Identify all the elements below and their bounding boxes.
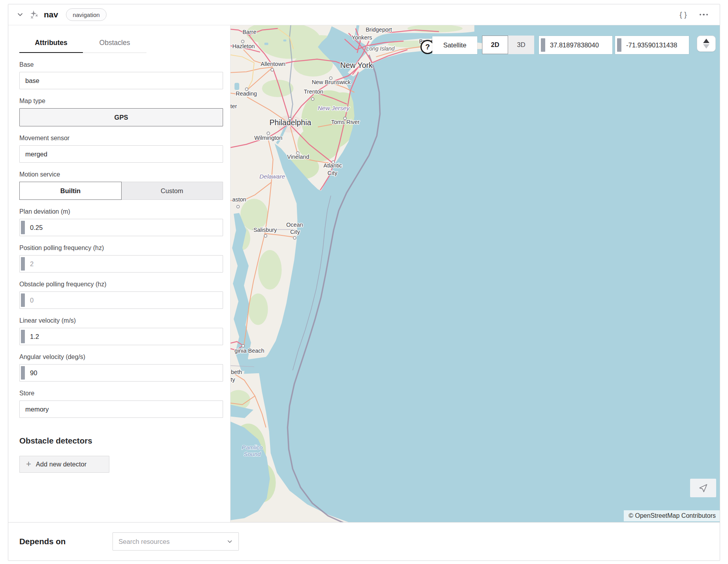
base-label: Base: [19, 61, 223, 68]
map-label: aston: [232, 196, 246, 203]
tab-bar: Attributes Obstacles: [19, 35, 146, 53]
store-label: Store: [19, 390, 223, 397]
map-label: Hazleton: [232, 43, 255, 49]
add-detector-button[interactable]: + Add new detector: [19, 456, 109, 473]
plan-deviation-input[interactable]: [19, 219, 223, 236]
field-motion-service: Motion service Builtin Custom: [19, 171, 223, 200]
navigation-service-icon: [29, 9, 39, 20]
header-right: { }: [679, 10, 709, 19]
angular-velocity-label: Angular velocity (deg/s): [19, 353, 223, 361]
linear-velocity-label: Linear velocity (m/s): [19, 317, 223, 324]
satellite-toggle-button[interactable]: Satellite: [432, 36, 477, 54]
service-title: nav: [44, 10, 58, 19]
card-header: nav navigation { }: [8, 4, 720, 25]
service-type-badge: navigation: [66, 8, 106, 21]
motion-service-label: Motion service: [19, 171, 223, 178]
header-left: nav navigation: [15, 8, 107, 21]
latitude-field: [539, 36, 612, 54]
field-map-type: Map type GPS: [19, 98, 223, 126]
map-label: Trenton: [304, 88, 323, 95]
obstacle-polling-input[interactable]: [19, 291, 223, 309]
map-label: ty: [231, 376, 235, 383]
base-input[interactable]: [19, 72, 223, 89]
field-movement-sensor: Movement sensor: [19, 135, 223, 163]
map-label: New Jersey: [318, 105, 350, 111]
page: nav navigation { } Attributes Obstacles …: [0, 0, 728, 564]
view-2d-button[interactable]: 2D: [482, 36, 508, 54]
tab-obstacles[interactable]: Obstacles: [83, 35, 146, 53]
map-label: Toms River: [331, 119, 360, 125]
map-label: Long Island: [366, 45, 395, 52]
map-label: ter: [231, 103, 237, 109]
select-placeholder: Search resources: [118, 538, 227, 545]
map-label: Philadelphia: [269, 118, 311, 127]
json-mode-icon[interactable]: { }: [679, 10, 687, 19]
map-type-gps-button[interactable]: GPS: [19, 108, 223, 126]
map-label: Yonkers: [352, 34, 372, 41]
map-label: ginia Beach: [235, 348, 264, 354]
obstacle-polling-label: Obstacle polling frequency (hz): [19, 281, 223, 288]
movement-sensor-input[interactable]: [19, 145, 223, 163]
field-angular-velocity: Angular velocity (deg/s): [19, 353, 223, 382]
navigation-arrow-icon: [698, 483, 708, 493]
map-label: Wilmington: [254, 135, 282, 141]
map-label: City: [328, 170, 338, 176]
map-label: New York: [340, 61, 373, 70]
motion-service-toggle: Builtin Custom: [19, 182, 223, 200]
movement-sensor-label: Movement sensor: [19, 135, 223, 142]
field-obstacle-polling: Obstacle polling frequency (hz): [19, 281, 223, 309]
map-label: Reading: [236, 90, 257, 97]
map-label: Pamlico: [242, 444, 263, 451]
depends-on-heading: Depends on: [19, 537, 66, 546]
map-label: Vineland: [287, 154, 309, 160]
service-card: nav navigation { } Attributes Obstacles …: [8, 4, 720, 561]
plan-deviation-label: Plan deviation (m): [19, 208, 223, 215]
card-body: Attributes Obstacles Base Map type GPS M…: [8, 25, 720, 522]
field-linear-velocity: Linear velocity (m/s): [19, 317, 223, 345]
field-plan-deviation: Plan deviation (m): [19, 208, 223, 236]
decrement-icon[interactable]: [703, 44, 709, 49]
map-attribution: © OpenStreetMap Contributors: [624, 510, 720, 521]
view-3d-button[interactable]: 3D: [508, 36, 534, 54]
position-polling-label: Position polling frequency (hz): [19, 244, 223, 252]
map-label: Bridgeport: [366, 26, 392, 33]
field-position-polling: Position polling frequency (hz): [19, 244, 223, 273]
zoom-stepper[interactable]: [697, 36, 716, 52]
field-store: Store: [19, 390, 223, 418]
linear-velocity-input[interactable]: [19, 328, 223, 345]
motion-service-builtin-option[interactable]: Builtin: [19, 182, 122, 200]
locate-button[interactable]: [690, 479, 716, 497]
increment-icon[interactable]: [703, 39, 709, 43]
position-polling-input[interactable]: [19, 255, 223, 273]
map-label: Barre: [242, 29, 256, 35]
map-label: Ocean: [286, 222, 303, 228]
field-base: Base: [19, 61, 223, 89]
map-label: Salisbury: [253, 227, 277, 233]
plus-icon: +: [26, 460, 31, 468]
map-type-label: Map type: [19, 98, 223, 105]
map-label: Atlantic: [323, 162, 342, 169]
map-canvas[interactable]: BarreHazletonAllentownReadingterNew York…: [231, 25, 720, 522]
collapse-chevron-icon[interactable]: [15, 10, 25, 19]
map[interactable]: BarreHazletonAllentownReadingterNew York…: [230, 25, 720, 522]
store-input[interactable]: [19, 400, 223, 418]
card-footer: Depends on Search resources: [8, 522, 720, 560]
map-label: New Brunswick: [312, 79, 351, 85]
chevron-down-icon: [227, 538, 233, 545]
more-menu-icon[interactable]: [698, 12, 710, 17]
map-label: Delaware: [259, 173, 285, 180]
obstacle-detectors-heading: Obstacle detectors: [19, 436, 223, 446]
config-panel: Attributes Obstacles Base Map type GPS M…: [8, 25, 230, 522]
motion-service-custom-option[interactable]: Custom: [121, 182, 223, 199]
tab-attributes[interactable]: Attributes: [19, 35, 83, 53]
dimension-toggle: 2D 3D: [482, 36, 534, 54]
latitude-input[interactable]: [539, 36, 612, 54]
map-label: beth: [231, 369, 242, 375]
add-detector-label: Add new detector: [36, 461, 86, 468]
map-label: Sound: [244, 451, 261, 457]
map-label: City: [290, 229, 300, 235]
map-label: Allentown: [261, 61, 285, 67]
depends-on-select[interactable]: Search resources: [113, 532, 239, 551]
angular-velocity-input[interactable]: [19, 364, 223, 382]
longitude-input[interactable]: [615, 36, 689, 54]
